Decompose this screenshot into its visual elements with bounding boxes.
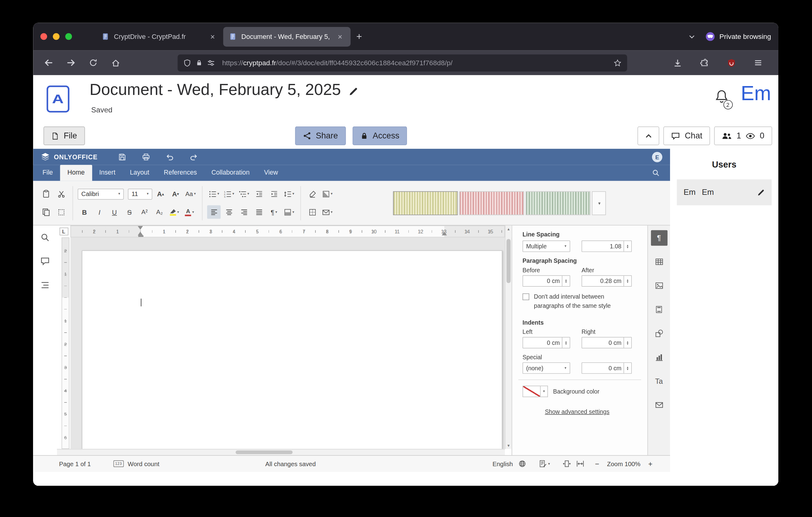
style-preview[interactable] [526,191,590,215]
zoom-in-button[interactable]: + [648,459,652,468]
style-gallery-expand-button[interactable]: ▾ [592,191,606,215]
spacing-after-input[interactable]: 0.28 cm [582,275,632,287]
shape-settings-icon[interactable] [651,326,667,341]
advanced-settings-link[interactable]: Show advanced settings [523,408,632,414]
align-center-button[interactable] [222,205,236,219]
traffic-light-close[interactable] [40,33,47,40]
shading-button[interactable]: ▾ [321,187,334,200]
undo-button[interactable] [163,151,177,163]
indent-left-input[interactable]: 0 cm [523,337,570,348]
paragraph-settings-icon[interactable]: ¶ [651,230,667,246]
comments-icon[interactable] [38,254,52,268]
spacing-before-input[interactable]: 0 cm [523,275,570,287]
table-settings-icon[interactable] [651,254,667,270]
zoom-out-button[interactable]: − [595,459,599,468]
bold-button[interactable]: B [78,205,91,219]
nonprinting-characters-button[interactable]: ¶▾ [267,205,281,219]
tab-cryptdrive[interactable]: CryptDrive - CryptPad.fr × [96,27,223,46]
hanging-indent-marker[interactable] [138,229,143,235]
language-globe-icon[interactable] [519,460,526,467]
spinner[interactable] [624,337,631,348]
navigation-icon[interactable] [38,278,52,292]
downloads-icon[interactable] [668,54,686,72]
borders-button[interactable] [306,205,319,219]
fit-width-icon[interactable] [576,460,584,467]
forward-icon[interactable] [62,54,80,72]
edit-name-pencil-icon[interactable] [757,188,765,196]
traffic-light-minimize[interactable] [53,33,60,40]
address-bar[interactable]: https://cryptpad.fr/doc/#/3/doc/edit/ff0… [178,54,627,71]
italic-button[interactable]: I [93,205,106,219]
search-icon[interactable] [652,169,660,177]
lock-icon[interactable] [196,59,203,66]
line-spacing-amount-input[interactable]: 1.08 [582,240,632,252]
align-justify-button[interactable] [252,205,266,219]
scroll-down-arrow[interactable]: ▼ [507,444,510,447]
select-all-button[interactable] [55,205,68,219]
menu-file[interactable]: File [35,165,60,181]
bullet-list-button[interactable]: ▾ [207,187,221,200]
word-count-button[interactable]: 123 Word count [114,460,160,467]
chat-button[interactable]: Chat [664,127,710,145]
line-spacing-button[interactable]: ▾ [282,187,295,200]
image-settings-icon[interactable] [651,278,667,293]
page-count[interactable]: Page 1 of 1 [59,460,91,467]
print-button[interactable] [139,151,153,163]
background-color-dropdown[interactable] [541,386,548,397]
back-icon[interactable] [40,54,58,72]
multilevel-list-button[interactable]: ▾ [237,187,251,200]
subscript-button[interactable]: A₂ [153,205,166,219]
fit-page-icon[interactable] [563,460,571,467]
track-changes-button[interactable]: ▾ [540,460,550,467]
users-button[interactable]: 1 0 [714,127,772,145]
list-tabs-chevron-icon[interactable] [688,33,696,40]
document-canvas[interactable] [70,237,505,449]
line-spacing-select[interactable]: Multiple [523,240,570,252]
background-color-swatch[interactable] [523,386,541,397]
increase-indent-button[interactable] [267,187,281,200]
header-footer-settings-icon[interactable] [651,302,667,317]
save-button[interactable] [115,151,129,163]
menu-home[interactable]: Home [60,165,92,181]
reload-icon[interactable] [84,54,102,72]
user-avatar[interactable]: Em [741,81,771,106]
traffic-light-zoom[interactable] [65,33,72,40]
spinner[interactable] [624,276,631,286]
spinner[interactable] [624,363,631,373]
decrease-indent-button[interactable] [252,187,266,200]
share-button[interactable]: Share [295,127,346,145]
mail-merge-settings-icon[interactable] [651,397,667,413]
rename-pencil-icon[interactable] [349,86,358,96]
change-case-button[interactable]: Aa▾ [184,187,197,200]
menu-collaboration[interactable]: Collaboration [204,165,257,181]
collaborator-avatar[interactable]: E [652,152,662,162]
tab-close-icon[interactable]: × [208,32,218,41]
align-left-button[interactable] [207,205,221,219]
paragraph-shading-button[interactable]: ▾ [282,205,295,219]
highlight-color-button[interactable]: ▾ [168,205,181,219]
numbered-list-button[interactable]: 1.2.3.▾ [222,187,236,200]
permissions-icon[interactable] [207,59,215,66]
spinner[interactable] [562,276,570,286]
language-label[interactable]: English [493,460,513,467]
spinner[interactable] [562,337,570,348]
font-color-button[interactable]: A▾ [183,205,196,219]
access-button[interactable]: Access [352,127,407,145]
special-select[interactable]: (none) [523,362,570,373]
style-preview[interactable] [459,191,524,215]
chart-settings-icon[interactable] [651,350,667,365]
font-size-select[interactable]: 11▾ [128,188,152,199]
new-tab-button[interactable]: + [351,30,368,43]
increase-font-size-button[interactable]: A [154,187,167,200]
decrease-font-size-button[interactable]: A [169,187,182,200]
tab-stop-selector[interactable]: L [57,225,70,237]
cut-button[interactable] [55,187,68,200]
style-preview[interactable] [393,191,458,215]
notifications-bell-icon[interactable]: 2 [715,88,728,106]
paste-button[interactable] [39,187,53,200]
tracking-shield-icon[interactable] [183,59,191,66]
align-right-button[interactable] [237,205,251,219]
superscript-button[interactable]: A² [138,205,151,219]
bookmark-star-icon[interactable] [614,59,621,66]
collapse-toolbar-button[interactable] [638,127,659,145]
